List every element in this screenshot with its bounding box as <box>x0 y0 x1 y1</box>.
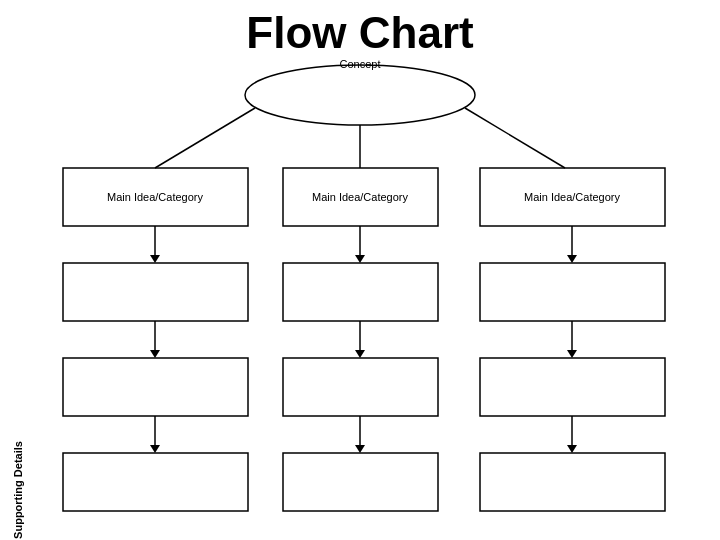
col2-arrowhead1 <box>355 255 365 263</box>
col2-row2-box <box>283 263 438 321</box>
col1-row3-box <box>63 358 248 416</box>
line-to-col1 <box>155 108 255 168</box>
col2-row4-box <box>283 453 438 511</box>
col1-arrowhead1 <box>150 255 160 263</box>
page-title: Flow Chart <box>246 8 474 57</box>
col3-arrowhead1 <box>567 255 577 263</box>
flowchart: Flow Chart Concept Main Idea/Category Ma… <box>0 0 720 540</box>
line-to-col3 <box>465 108 565 168</box>
concept-label: Concept <box>340 58 381 70</box>
col3-row4-box <box>480 453 665 511</box>
col1-row1-label: Main Idea/Category <box>107 191 203 203</box>
col2-row3-box <box>283 358 438 416</box>
col2-arrowhead2 <box>355 350 365 358</box>
col1-row2-box <box>63 263 248 321</box>
col1-arrowhead3 <box>150 445 160 453</box>
col3-arrowhead3 <box>567 445 577 453</box>
col3-row1-label: Main Idea/Category <box>524 191 620 203</box>
col3-arrowhead2 <box>567 350 577 358</box>
col3-row2-box <box>480 263 665 321</box>
col1-arrowhead2 <box>150 350 160 358</box>
col2-row1-label: Main Idea/Category <box>312 191 408 203</box>
col1-row4-box <box>63 453 248 511</box>
side-label: Supporting Details <box>12 441 24 539</box>
col2-arrowhead3 <box>355 445 365 453</box>
concept-ellipse <box>245 65 475 125</box>
col3-row3-box <box>480 358 665 416</box>
